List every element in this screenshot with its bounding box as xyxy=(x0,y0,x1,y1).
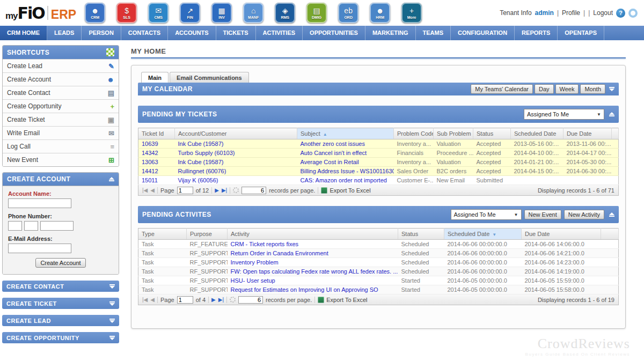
col-sub-problem[interactable]: Sub Problem xyxy=(434,128,473,139)
support-lifering-icon[interactable] xyxy=(628,9,638,18)
cell-subject[interactable]: Another zero cost issues xyxy=(297,139,394,149)
col-status[interactable]: Status xyxy=(473,128,511,139)
shortcut-create-lead[interactable]: Create Lead✎ xyxy=(3,59,119,72)
tenant-info-link[interactable]: Tenant Info xyxy=(500,9,531,17)
shortcut-write-email[interactable]: Write Email✉ xyxy=(3,126,119,139)
app-tile-ord[interactable]: ebORD xyxy=(338,3,358,23)
nav-marketing[interactable]: MARKETING xyxy=(365,26,416,40)
phone-line-field[interactable] xyxy=(40,221,74,231)
activity-row[interactable]: Task RF_SUPPORT Inventory Problem Schedu… xyxy=(138,258,619,267)
activity-row[interactable]: Task RF_SUPPORT FW: Open taps calculatin… xyxy=(138,267,619,276)
cell-activity[interactable]: Inventory Problem xyxy=(228,258,398,267)
pager-last-button[interactable]: ▶| xyxy=(218,297,224,303)
nav-accounts[interactable]: ACCOUNTS xyxy=(168,26,216,40)
app-tile-hrm[interactable]: ☻HRM xyxy=(370,3,390,23)
refresh-icon[interactable] xyxy=(230,297,236,303)
create-lead-panel-header[interactable]: CREATE LEAD xyxy=(2,315,119,326)
logout-link[interactable]: Logout xyxy=(593,9,613,17)
account-name-field[interactable] xyxy=(8,198,71,208)
cell-ticket-id[interactable]: 13063 xyxy=(138,158,175,167)
activities-collapse-icon[interactable] xyxy=(609,212,614,217)
cell-subject[interactable]: CAS: Amazon order not imported xyxy=(297,176,394,185)
col-problem-code[interactable]: Problem Code xyxy=(394,128,434,139)
cell-account[interactable]: Turbo Supply (60103) xyxy=(175,149,297,158)
cell-subject[interactable]: Billing Address Issue - WS10011630 xyxy=(297,167,394,176)
my-teams-calendar-button[interactable]: My Teams' Calendar xyxy=(471,84,533,94)
pager-next-button[interactable]: ▶ xyxy=(215,188,219,193)
cell-account[interactable]: Vijay K (60056) xyxy=(175,176,297,185)
tab-main[interactable]: Main xyxy=(141,72,169,83)
pager-last-button[interactable]: ▶| xyxy=(222,188,227,193)
cell-activity[interactable]: FW: Open taps calculating Fedex rate wro… xyxy=(228,267,398,276)
app-tile-more[interactable]: +More xyxy=(401,3,422,23)
nav-contacts[interactable]: CONTACTS xyxy=(121,26,168,40)
month-button[interactable]: Month xyxy=(580,84,605,94)
ticket-row[interactable]: 13063 Ink Cube (19587) Average Cost in R… xyxy=(138,158,619,167)
nav-reports[interactable]: REPORTS xyxy=(515,26,558,40)
nav-opentaps[interactable]: OPENTAPS xyxy=(558,26,604,40)
new-activity-button[interactable]: New Activity xyxy=(564,210,604,219)
activity-row[interactable]: Task RF_SUPPORT Return Order in Canada E… xyxy=(138,249,619,258)
activity-row[interactable]: Task RF_SUPPORT HSU- User setup Started … xyxy=(138,276,619,285)
tickets-collapse-icon[interactable] xyxy=(609,112,614,116)
page-input[interactable] xyxy=(177,296,193,304)
cell-account[interactable]: Ink Cube (19587) xyxy=(175,139,297,149)
app-tile-crm[interactable]: ☻CRM xyxy=(85,3,105,23)
nav-tickets[interactable]: TICKETS xyxy=(216,26,256,40)
ticket-row[interactable]: 14342 Turbo Supply (60103) Auto Cancel i… xyxy=(138,149,619,158)
nav-configuration[interactable]: CONFIGURATION xyxy=(451,26,515,40)
expand-icon[interactable] xyxy=(109,336,115,340)
new-event-button[interactable]: New Event xyxy=(524,210,561,219)
col-scheduled-date[interactable]: Scheduled Date xyxy=(511,128,564,139)
nav-leads[interactable]: LEADS xyxy=(47,26,82,40)
pager-first-button[interactable]: |◀ xyxy=(142,188,148,193)
calendar-expand-icon[interactable] xyxy=(609,87,614,91)
day-button[interactable]: Day xyxy=(535,84,554,94)
activity-row[interactable]: Task RF_FEATURE CRM - Ticket reports fix… xyxy=(138,240,619,249)
phone-prefix-field[interactable] xyxy=(24,221,38,231)
expand-icon[interactable] xyxy=(109,301,115,306)
create-contact-panel-header[interactable]: CREATE CONTACT xyxy=(2,281,119,292)
expand-icon[interactable] xyxy=(109,284,115,289)
cell-activity[interactable]: HSU- User setup xyxy=(228,276,398,285)
pager-next-button[interactable]: ▶ xyxy=(211,297,216,303)
col-scheduled-date[interactable]: Scheduled Date xyxy=(444,229,522,240)
col-due-date[interactable]: Due Date xyxy=(522,229,601,240)
cell-ticket-id[interactable]: 14342 xyxy=(138,149,175,158)
app-tile-fin[interactable]: ↗FIN xyxy=(180,3,200,23)
app-tile-sls[interactable]: $SLS xyxy=(116,3,137,23)
col-purpose[interactable]: Purpose xyxy=(187,229,228,240)
app-tile-rms[interactable]: ◈RMS xyxy=(275,3,295,23)
grid-icon[interactable] xyxy=(106,48,114,56)
col-activity[interactable]: Activity xyxy=(228,229,398,240)
tickets-assigned-filter-select[interactable]: Assigned To Me ▼ xyxy=(524,109,604,120)
app-tile-cms[interactable]: ✉CMS xyxy=(148,3,169,23)
collapse-icon[interactable] xyxy=(109,177,114,181)
activities-assigned-filter-select[interactable]: Assigned To Me ▼ xyxy=(451,209,522,220)
pager-prev-button[interactable]: ◀ xyxy=(150,297,155,303)
cell-ticket-id[interactable]: 15011 xyxy=(138,176,175,185)
shortcut-log-call[interactable]: Log Call≡ xyxy=(3,139,119,153)
phone-area-field[interactable] xyxy=(8,221,22,231)
profile-link[interactable]: Profile xyxy=(562,9,580,17)
col-due-date[interactable]: Due Date xyxy=(564,128,612,139)
ticket-row[interactable]: 10639 Ink Cube (19587) Another zero cost… xyxy=(138,139,619,149)
nav-opportunities[interactable]: OPPORTUNITIES xyxy=(303,26,365,40)
nav-crm-home[interactable]: CRM HOME xyxy=(0,26,47,40)
cell-activity[interactable]: CRM - Ticket reports fixes xyxy=(228,240,398,249)
week-button[interactable]: Week xyxy=(555,84,579,94)
cell-activity[interactable]: Return Order in Canada Environment xyxy=(228,249,398,258)
app-tile-dmig[interactable]: ▤DMIG xyxy=(306,3,327,23)
col-subject[interactable]: Subject xyxy=(297,128,394,139)
cell-account[interactable]: Rullingnet (60076) xyxy=(175,167,297,176)
col-status[interactable]: Status xyxy=(398,229,444,240)
cell-ticket-id[interactable]: 14412 xyxy=(138,167,175,176)
col-type[interactable]: Type xyxy=(138,229,187,240)
shortcut-create-opportunity[interactable]: Create Opportunity+ xyxy=(3,99,119,113)
cell-subject[interactable]: Auto Cancel isn't in effect xyxy=(297,149,394,158)
shortcut-create-contact[interactable]: Create Contact▤ xyxy=(3,86,119,99)
create-account-button[interactable]: Create Account xyxy=(35,258,85,268)
shortcut-create-account[interactable]: Create Account☻ xyxy=(3,72,119,86)
create-opportunity-panel-header[interactable]: CREATE OPPORTUNITY xyxy=(2,332,119,343)
expand-icon[interactable] xyxy=(109,319,115,323)
